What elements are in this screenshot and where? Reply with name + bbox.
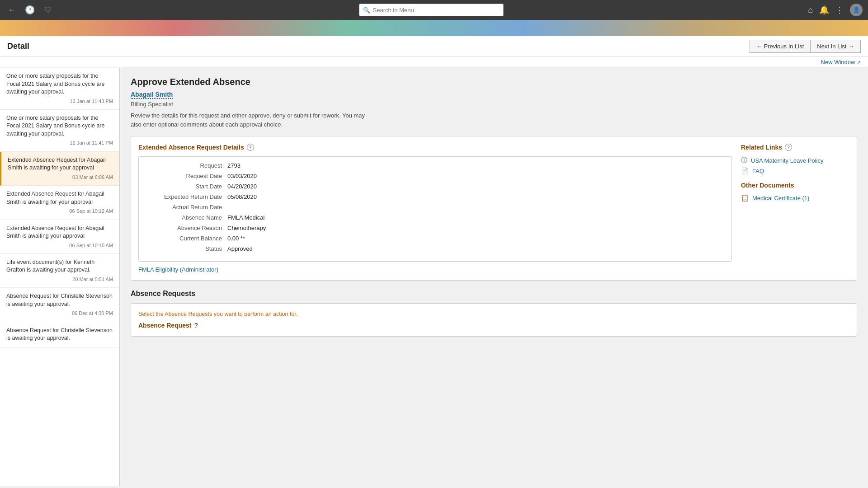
sidebar-item-date-2: 03 Mar at 6:06 AM bbox=[8, 174, 113, 181]
detail-header: Detail ← Previous In List Next In List → bbox=[0, 36, 868, 57]
actual-return-value bbox=[227, 204, 724, 211]
sidebar-list-item-5[interactable]: Life event document(s) for Kenneth Graft… bbox=[0, 254, 119, 288]
avatar-icon: 👤 bbox=[853, 7, 860, 13]
new-window-bar: New Window ↗ bbox=[0, 57, 868, 68]
request-label: Request bbox=[146, 162, 227, 169]
request-value: 2793 bbox=[227, 162, 724, 169]
sidebar-item-date-0: 12 Jan at 11:43 PM bbox=[6, 98, 113, 105]
absence-requests-section: Absence Requests Select the Absence Requ… bbox=[131, 290, 857, 337]
other-docs-section: Other Documents 📋 Medical Certificate (1… bbox=[741, 182, 849, 202]
absence-reason-row: Absence Reason Chemotherapy bbox=[146, 225, 724, 231]
back-button[interactable]: ← bbox=[5, 4, 18, 16]
notifications-button[interactable]: 🔔 bbox=[819, 5, 829, 15]
sidebar-list-item-0[interactable]: One or more salary proposals for the Foc… bbox=[0, 68, 119, 110]
main-layout: One or more salary proposals for the Foc… bbox=[0, 68, 868, 486]
sidebar-list-item-1[interactable]: One or more salary proposals for the Foc… bbox=[0, 110, 119, 152]
more-menu-button[interactable]: ⋮ bbox=[835, 5, 844, 15]
user-avatar[interactable]: 👤 bbox=[850, 4, 863, 16]
absence-name-label: Absence Name bbox=[146, 214, 227, 221]
current-balance-row: Current Balance 0.00 ** bbox=[146, 235, 724, 242]
previous-in-list-button[interactable]: ← Previous In List bbox=[750, 40, 811, 53]
medical-cert-icon: 📋 bbox=[741, 194, 749, 202]
sidebar-item-text-1: One or more salary proposals for the Foc… bbox=[6, 115, 105, 137]
detail-right: Related Links ? ⓘ USA Maternity Leave Po… bbox=[741, 144, 849, 273]
current-balance-value: 0.00 ** bbox=[227, 235, 724, 242]
expected-return-value: 05/08/2020 bbox=[227, 193, 724, 200]
sidebar-item-text-6: Absence Request for Christelle Stevenson… bbox=[6, 293, 113, 307]
sidebar-item-text-0: One or more salary proposals for the Foc… bbox=[6, 73, 105, 95]
favorite-button[interactable]: ♡ bbox=[42, 4, 54, 16]
absence-request-sub-title: Absence Request ? bbox=[138, 322, 849, 329]
approve-extended-absence-title: Approve Extended Absence bbox=[131, 77, 857, 87]
status-value: Approved bbox=[227, 245, 724, 252]
status-label: Status bbox=[146, 245, 227, 252]
search-icon: 🔍 bbox=[363, 7, 370, 14]
expected-return-label: Expected Return Date bbox=[146, 193, 227, 200]
detail-left: Extended Absence Request Details ? Reque… bbox=[138, 144, 732, 273]
absence-requests-title: Absence Requests bbox=[131, 290, 857, 298]
status-row: Status Approved bbox=[146, 245, 724, 252]
sidebar-item-text-5: Life event document(s) for Kenneth Graft… bbox=[6, 259, 94, 273]
sidebar-item-date-5: 20 Mar at 5:51 AM bbox=[6, 276, 113, 283]
request-details-table: Request 2793 Request Date 03/03/2020 Sta… bbox=[138, 156, 732, 262]
page-title: Detail bbox=[7, 42, 29, 51]
request-date-label: Request Date bbox=[146, 173, 227, 179]
person-name-link[interactable]: Abagail Smith bbox=[131, 91, 173, 99]
fmla-eligibility-link[interactable]: FMLA Eligibility (Administrator) bbox=[138, 266, 218, 273]
current-balance-label: Current Balance bbox=[146, 235, 227, 242]
medical-certificate-link-text[interactable]: Medical Certificate (1) bbox=[752, 195, 809, 202]
top-nav: ← 🕐 ♡ 🔍 ⌂ 🔔 ⋮ 👤 bbox=[0, 0, 868, 20]
absence-name-value: FMLA Medical bbox=[227, 214, 724, 221]
info-icon: ⓘ bbox=[741, 156, 747, 164]
sidebar-item-date-4: 06 Sep at 10:10 AM bbox=[6, 242, 113, 249]
next-in-list-button[interactable]: Next In List → bbox=[810, 40, 861, 53]
person-role: Billing Specialist bbox=[131, 101, 857, 108]
sidebar-list-item-6[interactable]: Absence Request for Christelle Stevenson… bbox=[0, 288, 119, 322]
detail-box-layout: Extended Absence Request Details ? Reque… bbox=[138, 144, 849, 273]
request-help-icon[interactable]: ? bbox=[247, 144, 254, 151]
sidebar-item-date-6: 06 Dec at 4:30 PM bbox=[6, 310, 113, 317]
search-bar[interactable]: 🔍 bbox=[359, 4, 504, 16]
sidebar-item-date-3: 06 Sep at 10:12 AM bbox=[6, 208, 113, 215]
main-content: Approve Extended Absence Abagail Smith B… bbox=[120, 68, 868, 486]
nav-right-icons: ⌂ 🔔 ⋮ 👤 bbox=[808, 4, 863, 16]
actual-return-label: Actual Return Date bbox=[146, 204, 227, 211]
sidebar-item-text-4: Extended Absence Request for Abagail Smi… bbox=[6, 225, 104, 239]
sidebar-item-text-2: Extended Absence Request for Abagail Smi… bbox=[8, 157, 106, 171]
sidebar-list-item-2[interactable]: Extended Absence Request for Abagail Smi… bbox=[0, 152, 119, 186]
sidebar-list: One or more salary proposals for the Foc… bbox=[0, 68, 120, 486]
absence-reason-value: Chemotherapy bbox=[227, 225, 724, 231]
banner-image bbox=[0, 20, 868, 36]
faq-link[interactable]: FAQ bbox=[752, 168, 764, 174]
absence-request-help-icon[interactable]: ? bbox=[194, 322, 198, 329]
start-date-value: 04/20/2020 bbox=[227, 183, 724, 190]
new-window-arrow: ↗ bbox=[857, 60, 861, 65]
start-date-row: Start Date 04/20/2020 bbox=[146, 183, 724, 190]
related-link-1[interactable]: 📄 FAQ bbox=[741, 167, 849, 174]
absence-name-row: Absence Name FMLA Medical bbox=[146, 214, 724, 221]
search-input[interactable] bbox=[373, 7, 500, 14]
related-link-0[interactable]: ⓘ USA Maternity Leave Policy bbox=[741, 156, 849, 164]
extended-absence-detail-box: Extended Absence Request Details ? Reque… bbox=[131, 136, 857, 281]
new-window-link[interactable]: New Window bbox=[821, 59, 855, 66]
history-button[interactable]: 🕐 bbox=[24, 4, 36, 16]
home-button[interactable]: ⌂ bbox=[808, 5, 813, 15]
nav-buttons: ← Previous In List Next In List → bbox=[750, 40, 861, 53]
usa-maternity-policy-link[interactable]: USA Maternity Leave Policy bbox=[751, 157, 823, 164]
related-links-title: Related Links ? bbox=[741, 144, 849, 151]
start-date-label: Start Date bbox=[146, 183, 227, 190]
sidebar-item-date-1: 12 Jan at 11:41 PM bbox=[6, 140, 113, 146]
other-docs-title: Other Documents bbox=[741, 182, 849, 189]
request-date-row: Request Date 03/03/2020 bbox=[146, 173, 724, 179]
sidebar-list-item-7[interactable]: Absence Request for Christelle Stevenson… bbox=[0, 322, 119, 347]
related-links-section: Related Links ? ⓘ USA Maternity Leave Po… bbox=[741, 144, 849, 174]
sidebar-list-item-4[interactable]: Extended Absence Request for Abagail Smi… bbox=[0, 220, 119, 254]
medical-certificate-link[interactable]: 📋 Medical Certificate (1) bbox=[741, 194, 849, 202]
absence-requests-box: Select the Absence Requests you want to … bbox=[131, 303, 857, 337]
request-date-value: 03/03/2020 bbox=[227, 173, 724, 179]
doc-icon: 📄 bbox=[741, 167, 749, 174]
related-links-help-icon[interactable]: ? bbox=[785, 144, 792, 151]
absence-reason-label: Absence Reason bbox=[146, 225, 227, 231]
select-instruction: Select the Absence Requests you want to … bbox=[138, 311, 849, 317]
sidebar-list-item-3[interactable]: Extended Absence Request for Abagail Smi… bbox=[0, 186, 119, 220]
